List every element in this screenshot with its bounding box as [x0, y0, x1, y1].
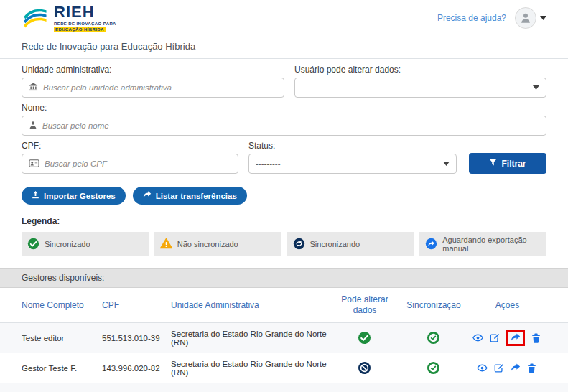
filter-form: Unidade administrativa: Usuário pode alt… — [0, 59, 568, 174]
app-logo: RIEH REDE DE INOVAÇÃO PARA EDUCAÇÃO HÍBR… — [22, 4, 116, 32]
building-icon — [29, 81, 38, 94]
pode-alterar-status-icon — [333, 331, 399, 345]
listar-transferencias-button[interactable]: Listar transferências — [133, 187, 247, 205]
legend-item-sincronizando: Sincronizando — [287, 232, 414, 256]
transfer-arrow-icon — [143, 191, 152, 200]
chevron-down-icon — [533, 85, 539, 90]
sincronizacao-status-icon — [399, 361, 471, 375]
cell-cpf: 143.996.020-82 — [102, 364, 171, 373]
trash-icon — [531, 333, 541, 343]
filtrar-button[interactable]: Filtrar — [469, 153, 546, 174]
id-card-icon — [29, 157, 39, 170]
cell-nome: Gestor Teste F. — [22, 364, 102, 373]
eye-icon — [477, 363, 488, 373]
col-unidade-administrativa: Unidade Administrativa — [171, 294, 333, 317]
nome-label: Nome: — [22, 103, 546, 113]
edit-button[interactable] — [490, 333, 500, 343]
user-avatar[interactable] — [515, 7, 536, 29]
sync-circle-icon — [293, 238, 305, 251]
cpf-label: CPF: — [22, 141, 238, 151]
transfer-highlight-box — [506, 330, 525, 346]
nome-input[interactable] — [42, 121, 539, 130]
upload-icon — [32, 191, 39, 200]
legend-title: Legenda: — [22, 216, 546, 226]
check-circle-icon — [358, 331, 371, 345]
transfer-button[interactable] — [511, 363, 521, 373]
view-button[interactable] — [477, 363, 488, 373]
filter-funnel-icon — [489, 159, 497, 169]
logo-tagline-2: EDUCAÇÃO HÍBRIDA — [54, 27, 106, 32]
transfer-arrow-icon — [511, 363, 521, 373]
status-select[interactable]: --------- — [248, 154, 457, 174]
unidade-label: Unidade administrativa: — [22, 65, 284, 75]
user-menu[interactable] — [515, 7, 546, 29]
col-nome-completo: Nome Completo — [22, 294, 102, 317]
nome-input-wrap — [22, 116, 546, 136]
unidade-input-wrap — [22, 78, 284, 98]
status-value: --------- — [256, 159, 280, 168]
edit-pencil-icon — [494, 363, 504, 373]
table-header-row: Nome Completo CPF Unidade Administrativa… — [0, 288, 568, 323]
toolbar: Importar Gestores Listar transferências — [0, 174, 568, 205]
edit-pencil-icon — [490, 333, 500, 343]
col-acoes: Ações — [471, 294, 546, 317]
trash-icon — [527, 363, 536, 373]
pode-alterar-status-icon — [333, 361, 399, 375]
logo-title: RIEH — [54, 4, 116, 20]
blocked-circle-icon — [358, 361, 371, 375]
usuario-pode-alterar-select[interactable] — [294, 78, 546, 98]
chevron-down-icon — [443, 162, 450, 166]
logo-tagline-1: REDE DE INOVAÇÃO PARA — [54, 22, 116, 26]
cpf-input[interactable] — [45, 159, 231, 168]
sync-ok-ring-icon — [427, 361, 440, 375]
legend: Legenda: Sincronizado Não sincronizado — [0, 205, 568, 256]
legend-item-sincronizado: Sincronizado — [22, 232, 149, 256]
cell-nome: Teste editor — [22, 334, 102, 342]
legend-item-nao-sincronizado: Não sincronizado — [154, 232, 281, 256]
sincronizacao-status-icon — [399, 331, 471, 345]
usuario-pode-alterar-label: Usuário pode alterar dados: — [294, 65, 546, 75]
view-button[interactable] — [472, 332, 483, 343]
unidade-input[interactable] — [43, 83, 277, 92]
importar-gestores-button[interactable]: Importar Gestores — [22, 187, 126, 205]
check-circle-icon — [27, 238, 39, 251]
legend-item-aguardando-exportacao: Aguardando exportação manual — [419, 232, 546, 256]
warning-triangle-icon — [160, 238, 172, 251]
eye-icon — [472, 332, 483, 343]
transfer-button[interactable] — [511, 333, 521, 342]
sync-ok-ring-icon — [427, 331, 440, 345]
person-icon — [29, 119, 37, 132]
help-link[interactable]: Precisa de ajuda? — [437, 13, 506, 23]
col-sincronizacao: Sincronização — [399, 294, 471, 317]
table-row: Teste editor 551.513.010-39 Secretaria d… — [0, 323, 568, 353]
table-title: Gestores disponíveis: — [0, 269, 568, 288]
export-circle-icon — [425, 238, 437, 251]
table-row: Gestor Augusto 460.977.390-28 Secretaria… — [0, 383, 568, 392]
status-label: Status: — [248, 141, 457, 151]
gestores-table: Gestores disponíveis: Nome Completo CPF … — [0, 268, 568, 392]
edit-button[interactable] — [494, 363, 504, 373]
app-header: RIEH REDE DE INOVAÇÃO PARA EDUCAÇÃO HÍBR… — [0, 0, 568, 36]
rieh-logo-icon — [22, 5, 49, 31]
col-pode-alterar-dados: Pode alterar dados — [333, 288, 399, 322]
user-menu-caret-icon — [540, 16, 546, 20]
col-cpf: CPF — [102, 294, 171, 317]
cell-cpf: 551.513.010-39 — [102, 334, 171, 342]
page-subtitle: Rede de Inovação para Educação Híbrida — [0, 36, 568, 58]
person-icon — [520, 12, 531, 24]
cpf-input-wrap — [22, 154, 238, 174]
cell-unidade: Secretaria do Estado Rio Grande do Norte… — [171, 360, 333, 377]
delete-button[interactable] — [527, 363, 536, 373]
transfer-arrow-icon — [511, 333, 521, 342]
delete-button[interactable] — [531, 333, 541, 343]
cell-unidade: Secretaria do Estado Rio Grande do Norte… — [171, 330, 333, 347]
table-row: Gestor Teste F. 143.996.020-82 Secretari… — [0, 353, 568, 383]
